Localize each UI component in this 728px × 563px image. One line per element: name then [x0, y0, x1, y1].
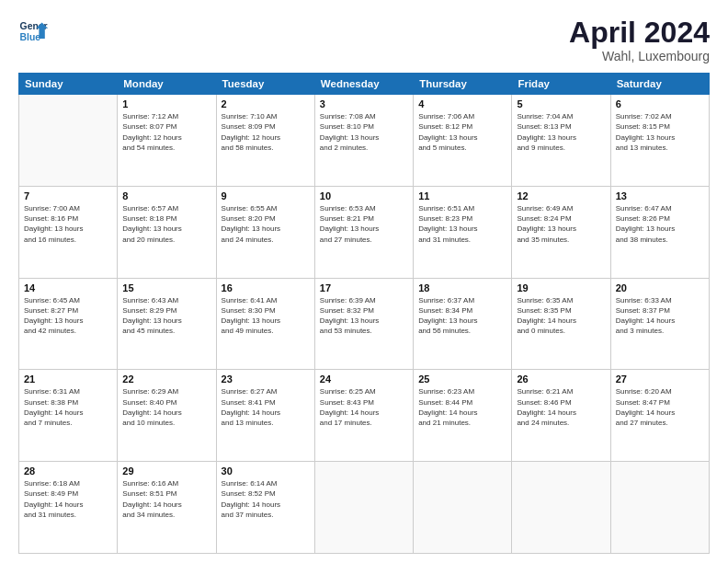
- day-number: 25: [418, 373, 506, 385]
- day-info: Sunrise: 6:49 AM Sunset: 8:24 PM Dayligh…: [517, 203, 605, 245]
- calendar-cell: 28Sunrise: 6:18 AM Sunset: 8:49 PM Dayli…: [19, 462, 118, 554]
- calendar-cell: 29Sunrise: 6:16 AM Sunset: 8:51 PM Dayli…: [118, 462, 216, 554]
- logo-icon: General Blue: [18, 17, 48, 46]
- calendar-cell: 12Sunrise: 6:49 AM Sunset: 8:24 PM Dayli…: [512, 186, 610, 278]
- calendar-cell: 1Sunrise: 7:12 AM Sunset: 8:07 PM Daylig…: [118, 95, 216, 187]
- day-number: 14: [24, 282, 112, 293]
- day-info: Sunrise: 6:47 AM Sunset: 8:26 PM Dayligh…: [616, 203, 704, 245]
- day-info: Sunrise: 6:41 AM Sunset: 8:30 PM Dayligh…: [222, 295, 310, 337]
- calendar-week-row: 21Sunrise: 6:31 AM Sunset: 8:38 PM Dayli…: [19, 370, 710, 462]
- day-info: Sunrise: 6:29 AM Sunset: 8:40 PM Dayligh…: [122, 386, 210, 428]
- svg-text:Blue: Blue: [20, 32, 41, 42]
- day-info: Sunrise: 6:16 AM Sunset: 8:51 PM Dayligh…: [122, 478, 210, 520]
- page: General Blue April 2024 Wahl, Luxembourg…: [0, 0, 728, 563]
- calendar-cell: 4Sunrise: 7:06 AM Sunset: 8:12 PM Daylig…: [414, 95, 512, 187]
- weekday-header: Tuesday: [216, 74, 314, 95]
- month-title: April 2024: [569, 17, 710, 49]
- day-number: 30: [222, 465, 310, 477]
- calendar-cell: 27Sunrise: 6:20 AM Sunset: 8:47 PM Dayli…: [610, 370, 709, 462]
- calendar-cell: 11Sunrise: 6:51 AM Sunset: 8:23 PM Dayli…: [414, 186, 512, 278]
- calendar-cell: 18Sunrise: 6:37 AM Sunset: 8:34 PM Dayli…: [414, 278, 512, 370]
- title-block: April 2024 Wahl, Luxembourg: [569, 17, 710, 63]
- calendar-cell: [19, 95, 118, 187]
- calendar-table: SundayMondayTuesdayWednesdayThursdayFrid…: [18, 73, 710, 554]
- calendar-cell: 8Sunrise: 6:57 AM Sunset: 8:18 PM Daylig…: [118, 186, 216, 278]
- day-info: Sunrise: 7:08 AM Sunset: 8:10 PM Dayligh…: [320, 111, 408, 153]
- day-number: 20: [616, 282, 704, 293]
- day-number: 4: [418, 98, 506, 109]
- weekday-header-row: SundayMondayTuesdayWednesdayThursdayFrid…: [19, 74, 710, 95]
- day-number: 21: [24, 373, 112, 385]
- day-number: 3: [320, 98, 408, 109]
- day-number: 18: [418, 282, 506, 293]
- calendar-cell: 15Sunrise: 6:43 AM Sunset: 8:29 PM Dayli…: [118, 278, 216, 370]
- day-info: Sunrise: 6:31 AM Sunset: 8:38 PM Dayligh…: [24, 386, 112, 428]
- day-info: Sunrise: 6:35 AM Sunset: 8:35 PM Dayligh…: [517, 295, 605, 337]
- day-number: 7: [24, 190, 112, 201]
- day-info: Sunrise: 6:45 AM Sunset: 8:27 PM Dayligh…: [24, 295, 112, 337]
- calendar-cell: 30Sunrise: 6:14 AM Sunset: 8:52 PM Dayli…: [216, 462, 314, 554]
- day-info: Sunrise: 6:33 AM Sunset: 8:37 PM Dayligh…: [616, 295, 704, 337]
- calendar-week-row: 7Sunrise: 7:00 AM Sunset: 8:16 PM Daylig…: [19, 186, 710, 278]
- day-number: 10: [320, 190, 408, 201]
- header: General Blue April 2024 Wahl, Luxembourg: [18, 17, 710, 63]
- calendar-cell: 22Sunrise: 6:29 AM Sunset: 8:40 PM Dayli…: [118, 370, 216, 462]
- day-number: 17: [320, 282, 408, 293]
- calendar-cell: 3Sunrise: 7:08 AM Sunset: 8:10 PM Daylig…: [314, 95, 413, 187]
- day-info: Sunrise: 6:21 AM Sunset: 8:46 PM Dayligh…: [517, 386, 605, 428]
- day-number: 2: [222, 98, 310, 109]
- day-number: 19: [517, 282, 605, 293]
- calendar-cell: 21Sunrise: 6:31 AM Sunset: 8:38 PM Dayli…: [19, 370, 118, 462]
- day-info: Sunrise: 6:55 AM Sunset: 8:20 PM Dayligh…: [222, 203, 310, 245]
- calendar-cell: 9Sunrise: 6:55 AM Sunset: 8:20 PM Daylig…: [216, 186, 314, 278]
- day-info: Sunrise: 7:10 AM Sunset: 8:09 PM Dayligh…: [222, 111, 310, 153]
- day-number: 29: [122, 465, 210, 477]
- day-number: 27: [616, 373, 704, 385]
- calendar-cell: [512, 462, 610, 554]
- calendar-cell: 16Sunrise: 6:41 AM Sunset: 8:30 PM Dayli…: [216, 278, 314, 370]
- day-number: 6: [616, 98, 704, 109]
- day-info: Sunrise: 6:37 AM Sunset: 8:34 PM Dayligh…: [418, 295, 506, 337]
- calendar-cell: [414, 462, 512, 554]
- day-number: 23: [222, 373, 310, 385]
- day-info: Sunrise: 6:51 AM Sunset: 8:23 PM Dayligh…: [418, 203, 506, 245]
- calendar-cell: 13Sunrise: 6:47 AM Sunset: 8:26 PM Dayli…: [610, 186, 709, 278]
- calendar-cell: 24Sunrise: 6:25 AM Sunset: 8:43 PM Dayli…: [314, 370, 413, 462]
- day-number: 12: [517, 190, 605, 201]
- day-info: Sunrise: 6:43 AM Sunset: 8:29 PM Dayligh…: [122, 295, 210, 337]
- calendar-cell: 25Sunrise: 6:23 AM Sunset: 8:44 PM Dayli…: [414, 370, 512, 462]
- calendar-body: 1Sunrise: 7:12 AM Sunset: 8:07 PM Daylig…: [19, 95, 710, 554]
- calendar-cell: 19Sunrise: 6:35 AM Sunset: 8:35 PM Dayli…: [512, 278, 610, 370]
- calendar-cell: 10Sunrise: 6:53 AM Sunset: 8:21 PM Dayli…: [314, 186, 413, 278]
- day-number: 13: [616, 190, 704, 201]
- calendar-cell: 2Sunrise: 7:10 AM Sunset: 8:09 PM Daylig…: [216, 95, 314, 187]
- day-info: Sunrise: 6:23 AM Sunset: 8:44 PM Dayligh…: [418, 386, 506, 428]
- calendar-cell: 17Sunrise: 6:39 AM Sunset: 8:32 PM Dayli…: [314, 278, 413, 370]
- day-info: Sunrise: 7:04 AM Sunset: 8:13 PM Dayligh…: [517, 111, 605, 153]
- calendar-week-row: 1Sunrise: 7:12 AM Sunset: 8:07 PM Daylig…: [19, 95, 710, 187]
- day-info: Sunrise: 7:02 AM Sunset: 8:15 PM Dayligh…: [616, 111, 704, 153]
- day-info: Sunrise: 6:25 AM Sunset: 8:43 PM Dayligh…: [320, 386, 408, 428]
- day-info: Sunrise: 6:27 AM Sunset: 8:41 PM Dayligh…: [222, 386, 310, 428]
- calendar-cell: [610, 462, 709, 554]
- day-number: 1: [122, 98, 210, 109]
- weekday-header: Wednesday: [314, 74, 413, 95]
- calendar-cell: 26Sunrise: 6:21 AM Sunset: 8:46 PM Dayli…: [512, 370, 610, 462]
- day-number: 5: [517, 98, 605, 109]
- day-number: 28: [24, 465, 112, 477]
- day-info: Sunrise: 6:53 AM Sunset: 8:21 PM Dayligh…: [320, 203, 408, 245]
- logo: General Blue: [18, 17, 48, 46]
- day-number: 22: [122, 373, 210, 385]
- day-number: 24: [320, 373, 408, 385]
- day-info: Sunrise: 7:06 AM Sunset: 8:12 PM Dayligh…: [418, 111, 506, 153]
- day-info: Sunrise: 7:00 AM Sunset: 8:16 PM Dayligh…: [24, 203, 112, 245]
- weekday-header: Thursday: [414, 74, 512, 95]
- day-info: Sunrise: 6:18 AM Sunset: 8:49 PM Dayligh…: [24, 478, 112, 520]
- calendar-cell: 5Sunrise: 7:04 AM Sunset: 8:13 PM Daylig…: [512, 95, 610, 187]
- weekday-header: Saturday: [610, 74, 709, 95]
- calendar-cell: 20Sunrise: 6:33 AM Sunset: 8:37 PM Dayli…: [610, 278, 709, 370]
- day-info: Sunrise: 7:12 AM Sunset: 8:07 PM Dayligh…: [122, 111, 210, 153]
- day-number: 11: [418, 190, 506, 201]
- day-info: Sunrise: 6:14 AM Sunset: 8:52 PM Dayligh…: [222, 478, 310, 520]
- day-number: 26: [517, 373, 605, 385]
